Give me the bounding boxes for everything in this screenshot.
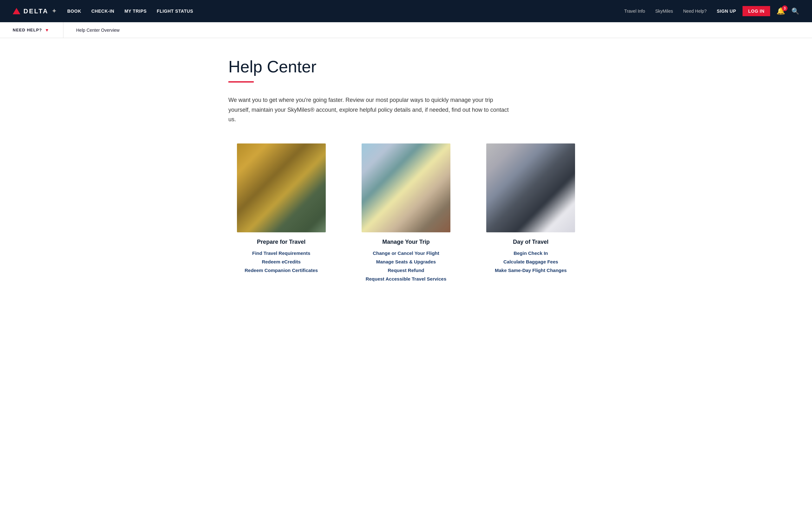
nav-travel-info[interactable]: Travel Info	[624, 8, 645, 13]
card-manage-links: Change or Cancel Your Flight Manage Seat…	[366, 250, 446, 281]
main-nav: DELTA ✦ BOOK CHECK-IN MY TRIPS FLIGHT ST…	[0, 0, 812, 22]
card-prepare: Prepare for Travel Find Travel Requireme…	[228, 143, 334, 273]
manage-photo	[361, 143, 451, 232]
logo[interactable]: DELTA ✦	[13, 8, 57, 15]
signup-link[interactable]: SIGN UP	[717, 8, 736, 13]
globe-icon: ✦	[52, 8, 57, 15]
main-content: Help Center We want you to get where you…	[216, 38, 596, 307]
nav-book[interactable]: BOOK	[67, 8, 81, 13]
search-icon[interactable]: 🔍	[791, 7, 799, 15]
link-redeem-ecredits[interactable]: Redeem eCredits	[262, 259, 301, 264]
title-underline	[228, 81, 254, 83]
link-change-cancel-flight[interactable]: Change or Cancel Your Flight	[373, 250, 439, 256]
link-manage-seats[interactable]: Manage Seats & Upgrades	[376, 259, 436, 264]
link-accessible-travel[interactable]: Request Accessible Travel Services	[366, 276, 446, 281]
card-day-links: Begin Check In Calculate Baggage Fees Ma…	[495, 250, 567, 273]
prepare-photo	[237, 143, 326, 232]
chevron-down-icon: ▾	[46, 27, 48, 33]
nav-need-help[interactable]: Need Help?	[683, 8, 707, 13]
need-help-dropdown[interactable]: NEED HELP? ▾	[0, 22, 63, 38]
nav-skymiles[interactable]: SkyMiles	[655, 8, 673, 13]
breadcrumb: Help Center Overview	[63, 22, 132, 38]
card-prepare-image	[237, 143, 326, 232]
nav-flight-status[interactable]: FLIGHT STATUS	[157, 8, 193, 13]
notification-count: 3	[782, 5, 788, 11]
nav-my-trips[interactable]: MY TRIPS	[124, 8, 147, 13]
logo-text: DELTA	[24, 8, 49, 15]
card-prepare-title: Prepare for Travel	[257, 239, 306, 245]
card-manage-image	[361, 143, 451, 232]
card-prepare-links: Find Travel Requirements Redeem eCredits…	[244, 250, 318, 273]
link-redeem-companion-certs[interactable]: Redeem Companion Certificates	[244, 268, 318, 273]
delta-triangle-icon	[13, 8, 20, 14]
card-manage-title: Manage Your Trip	[382, 239, 430, 245]
need-help-label: NEED HELP?	[13, 28, 42, 32]
breadcrumb-help-center[interactable]: Help Center Overview	[76, 28, 120, 33]
login-button[interactable]: LOG IN	[743, 6, 770, 16]
secondary-nav: NEED HELP? ▾ Help Center Overview	[0, 22, 812, 38]
card-day: Day of Travel Begin Check In Calculate B…	[478, 143, 584, 273]
link-baggage-fees[interactable]: Calculate Baggage Fees	[503, 259, 558, 264]
link-find-travel-requirements[interactable]: Find Travel Requirements	[252, 250, 310, 256]
day-photo	[486, 143, 575, 232]
card-manage: Manage Your Trip Change or Cancel Your F…	[353, 143, 459, 281]
intro-text: We want you to get where you're going fa…	[228, 95, 514, 125]
page-title: Help Center	[228, 57, 584, 76]
card-day-title: Day of Travel	[513, 239, 548, 245]
nav-right-actions: SIGN UP LOG IN 🔔 3 🔍	[717, 6, 799, 16]
nav-check-in[interactable]: CHECK-IN	[91, 8, 114, 13]
card-day-image	[486, 143, 575, 232]
link-request-refund[interactable]: Request Refund	[387, 268, 424, 273]
link-begin-check-in[interactable]: Begin Check In	[514, 250, 548, 256]
primary-nav-links: BOOK CHECK-IN MY TRIPS FLIGHT STATUS Tra…	[67, 8, 707, 13]
link-same-day-changes[interactable]: Make Same-Day Flight Changes	[495, 268, 567, 273]
notifications-bell[interactable]: 🔔 3	[777, 7, 785, 15]
help-cards-row: Prepare for Travel Find Travel Requireme…	[228, 143, 584, 281]
